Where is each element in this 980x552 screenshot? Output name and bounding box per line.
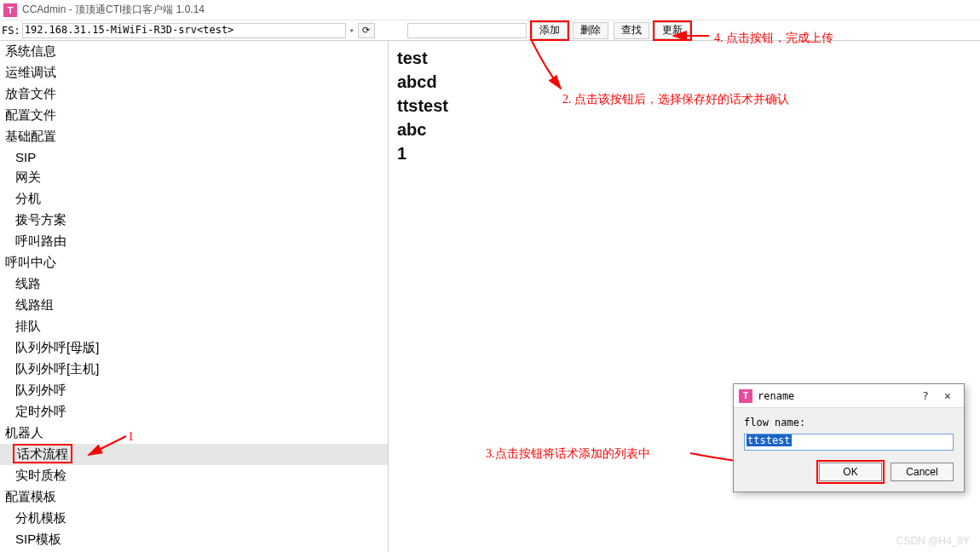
sidebar-item[interactable]: 运维调试	[0, 62, 388, 83]
delete-button[interactable]: 删除	[573, 22, 608, 39]
sidebar-item-label: 分机	[15, 191, 41, 205]
sidebar-item-label: 实时质检	[15, 468, 66, 482]
flow-name-input[interactable]: ttstest	[744, 434, 954, 451]
sidebar-item-label: 队列外呼	[15, 382, 66, 397]
sidebar: 系统信息运维调试放音文件配置文件基础配置SIP网关分机拨号方案呼叫路由呼叫中心线…	[0, 41, 389, 552]
sidebar-item[interactable]: 话术流程	[0, 444, 388, 465]
sidebar-item[interactable]: 系统信息	[0, 41, 388, 62]
sidebar-item-label: 系统信息	[5, 43, 56, 58]
dialog-titlebar[interactable]: T rename ? ✕	[734, 384, 964, 408]
dialog-title: rename	[758, 390, 914, 402]
sidebar-item-label: 基础配置	[5, 129, 56, 143]
sidebar-item-label: 队列外呼[主机]	[15, 361, 99, 376]
refresh-button[interactable]: ⟳	[358, 23, 375, 38]
update-button[interactable]: 更新	[654, 22, 690, 39]
rename-dialog: T rename ? ✕ flow name: ttstest OK Cance…	[733, 383, 965, 492]
sidebar-item[interactable]: 放音文件	[0, 83, 388, 105]
help-button[interactable]: ?	[914, 389, 937, 402]
sidebar-item-label: 呼叫路由	[15, 233, 66, 248]
sidebar-item[interactable]: SIP模板	[0, 529, 388, 550]
sidebar-item[interactable]: 实时质检	[0, 465, 388, 486]
list-item[interactable]: 1	[397, 141, 971, 165]
fs-label: FS:	[2, 25, 20, 37]
sidebar-item[interactable]: 排队	[0, 316, 388, 337]
sidebar-item-label: 运维调试	[5, 65, 56, 79]
sidebar-item[interactable]: 队列外呼	[0, 380, 388, 401]
cancel-button[interactable]: Cancel	[891, 463, 954, 481]
sidebar-item[interactable]: 配置文件	[0, 105, 388, 126]
sidebar-item[interactable]: 机器人	[0, 423, 388, 444]
list-item[interactable]: abc	[397, 118, 971, 141]
fs-server-select[interactable]: 192.168.31.15-MiWiFi-R3D-srv<test>	[22, 23, 346, 38]
sidebar-item[interactable]: 线路	[0, 273, 388, 295]
sidebar-item[interactable]: 呼叫路由	[0, 231, 388, 252]
app-icon: T	[3, 3, 17, 17]
chevron-down-icon[interactable]: ▾	[349, 26, 355, 35]
window-titlebar: T CCAdmin - 顶顶通CTI接口客户端 1.0.14	[0, 0, 980, 20]
sidebar-item-label: 配置文件	[5, 107, 56, 122]
sidebar-item[interactable]: 基础配置	[0, 126, 388, 147]
sidebar-item[interactable]: 定时外呼	[0, 401, 388, 423]
sidebar-item-label: 排队	[15, 319, 41, 333]
sidebar-item-label: 放音文件	[5, 86, 56, 101]
sidebar-item-label: 线路组	[15, 297, 54, 312]
list-item[interactable]: abcd	[397, 70, 971, 94]
sidebar-item[interactable]: 队列外呼[主机]	[0, 359, 388, 380]
add-button[interactable]: 添加	[532, 22, 568, 39]
sidebar-item-label: 线路	[15, 276, 41, 290]
list-item[interactable]: ttstest	[397, 94, 971, 118]
sidebar-item-label: 网关	[15, 170, 41, 184]
sidebar-item-label: 配置模板	[5, 489, 56, 503]
flow-list[interactable]: testabcdttstestabc1	[397, 46, 971, 165]
close-button[interactable]: ✕	[937, 389, 959, 402]
window-title: CCAdmin - 顶顶通CTI接口客户端 1.0.14	[22, 3, 205, 17]
ok-button[interactable]: OK	[819, 463, 882, 481]
sidebar-item[interactable]: 队列外呼[母版]	[0, 337, 388, 359]
flow-name-label: flow name:	[744, 417, 954, 428]
sidebar-item-label: 队列外呼[母版]	[15, 340, 99, 354]
sidebar-item-label: 定时外呼	[15, 404, 66, 418]
toolbar: FS: 192.168.31.15-MiWiFi-R3D-srv<test> ▾…	[0, 20, 980, 41]
sidebar-item-label: 呼叫中心	[5, 255, 56, 269]
sidebar-item[interactable]: 线路组	[0, 295, 388, 316]
sidebar-item[interactable]: 网关	[0, 167, 388, 188]
list-item[interactable]: test	[397, 46, 971, 70]
sidebar-item[interactable]: 拨号方案	[0, 210, 388, 231]
sidebar-item-label: 机器人	[5, 425, 43, 440]
sidebar-item-label: 话术流程	[15, 446, 70, 461]
sidebar-item[interactable]: SIP	[0, 147, 388, 167]
sidebar-item-label: SIP	[15, 150, 36, 164]
sidebar-item-label: SIP模板	[15, 532, 61, 546]
find-button[interactable]: 查找	[614, 22, 649, 39]
sidebar-item[interactable]: 配置模板	[0, 486, 388, 508]
sidebar-item-label: 分机模板	[15, 510, 66, 525]
watermark: CSDN @H4_9Y	[896, 535, 970, 547]
sidebar-item-label: 拨号方案	[15, 212, 66, 227]
sidebar-item[interactable]: 呼叫中心	[0, 252, 388, 273]
search-input[interactable]	[407, 23, 527, 38]
sidebar-item[interactable]: 分机模板	[0, 508, 388, 529]
nav-tree[interactable]: 系统信息运维调试放音文件配置文件基础配置SIP网关分机拨号方案呼叫路由呼叫中心线…	[0, 41, 388, 550]
dialog-icon: T	[739, 389, 752, 403]
sidebar-item[interactable]: 分机	[0, 188, 388, 210]
